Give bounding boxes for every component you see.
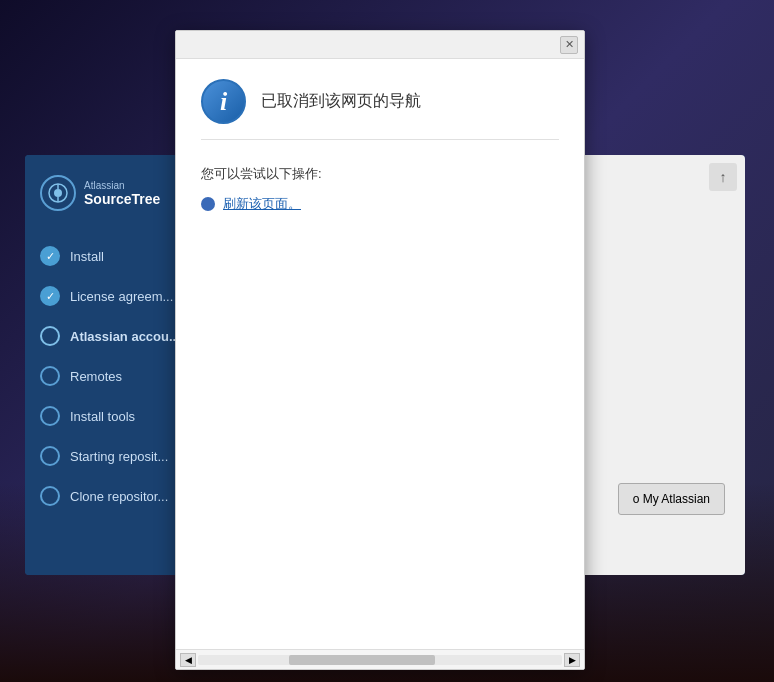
sidebar-brand-text: Atlassian SourceTree <box>84 180 160 207</box>
account-label: Atlassian accou... <box>70 329 180 344</box>
scroll-track[interactable] <box>198 655 562 665</box>
refresh-link-item: 刷新该页面。 <box>201 195 559 213</box>
install-tools-label: Install tools <box>70 409 135 424</box>
error-title: 已取消到该网页的导航 <box>261 91 421 112</box>
browser-error-dialog: ✕ i 已取消到该网页的导航 您可以尝试以下操作: 刷新该页面。 ◀ ▶ <box>175 30 585 670</box>
starting-repo-label: Starting reposit... <box>70 449 168 464</box>
install-tools-status-icon <box>40 406 60 426</box>
dialog-titlebar: ✕ <box>176 31 584 59</box>
account-status-icon <box>40 326 60 346</box>
error-header: i 已取消到该网页的导航 <box>201 79 559 140</box>
clone-repo-status-icon <box>40 486 60 506</box>
dialog-close-button[interactable]: ✕ <box>560 36 578 54</box>
install-label: Install <box>70 249 104 264</box>
remotes-label: Remotes <box>70 369 122 384</box>
starting-repo-status-icon <box>40 446 60 466</box>
info-icon: i <box>201 79 246 124</box>
sourcetree-label: SourceTree <box>84 191 160 207</box>
atlassian-button[interactable]: o My Atlassian <box>618 483 725 515</box>
link-bullet-icon <box>201 197 215 211</box>
install-status-icon: ✓ <box>40 246 60 266</box>
scroll-left-button[interactable]: ◀ <box>180 653 196 667</box>
error-description: 您可以尝试以下操作: <box>201 165 559 183</box>
scroll-thumb <box>289 655 435 665</box>
remotes-status-icon <box>40 366 60 386</box>
error-body: 您可以尝试以下操作: 刷新该页面。 <box>201 155 559 223</box>
dialog-scrollbar: ◀ ▶ <box>176 649 584 669</box>
dialog-body: i 已取消到该网页的导航 您可以尝试以下操作: 刷新该页面。 <box>176 59 584 649</box>
upload-icon: ↑ <box>709 163 737 191</box>
refresh-link[interactable]: 刷新该页面。 <box>223 195 301 213</box>
scroll-right-button[interactable]: ▶ <box>564 653 580 667</box>
license-label: License agreem... <box>70 289 173 304</box>
svg-point-1 <box>54 189 62 197</box>
clone-repo-label: Clone repositor... <box>70 489 168 504</box>
atlassian-label: Atlassian <box>84 180 160 191</box>
sourcetree-logo-icon <box>40 175 76 211</box>
license-status-icon: ✓ <box>40 286 60 306</box>
